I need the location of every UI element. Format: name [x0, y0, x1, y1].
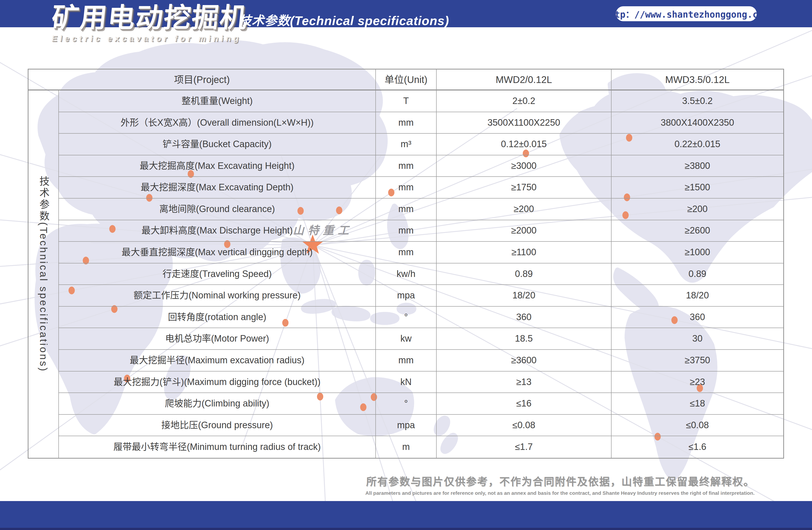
spec-row-label: 最大挖掘力(铲斗)(Maximum digging force (bucket)… — [59, 372, 376, 393]
spec-row-value-mwd2: 0.12±0.015 — [437, 134, 611, 155]
spec-row-value-mwd35: ≥23 — [611, 372, 783, 393]
spec-row-value-mwd2: ≥200 — [437, 199, 611, 220]
disclaimer: 所有参数与图片仅供参考，不作为合同附件及依据，山特重工保留最终解释权。 All … — [365, 473, 755, 496]
spec-row-unit: T — [376, 90, 437, 112]
spec-row-unit: kw — [376, 328, 437, 350]
logo-subtitle: Electric excavator for mining — [51, 34, 248, 43]
disclaimer-english: All parameters and pictures are for refe… — [365, 490, 755, 496]
spec-row-label: 最大挖掘深度(Max Excavating Depth) — [59, 177, 376, 199]
spec-row-value-mwd35: ≤1.6 — [611, 436, 783, 458]
spec-row-value-mwd2: 3500X1100X2250 — [437, 112, 611, 134]
spec-row-value-mwd35: 3.5±0.2 — [611, 90, 783, 112]
spec-row-value-mwd2: ≥13 — [437, 372, 611, 393]
spec-row-value-mwd2: ≥3600 — [437, 350, 611, 372]
spec-row-value-mwd35: ≥200 — [611, 199, 783, 220]
spec-row-value-mwd2: ≤0.08 — [437, 415, 611, 436]
spec-row-unit: mm — [376, 199, 437, 220]
row-group-label: 技术参数(Technical specifications) — [38, 176, 48, 372]
spec-row-unit: mm — [376, 155, 437, 177]
column-header-model-mwd35: MWD3.5/0.12L — [611, 70, 783, 90]
spec-row-value-mwd35: 360 — [611, 306, 783, 328]
spec-row-label: 行走速度(Traveling Speed) — [59, 263, 376, 285]
website-url-text: Http：//www.shantezhonggong.com — [604, 7, 769, 20]
spec-row-unit: mm — [376, 112, 437, 134]
disclaimer-chinese: 所有参数与图片仅供参考，不作为合同附件及依据，山特重工保留最终解释权。 — [365, 473, 755, 488]
spec-row-label: 回转角度(rotation angle) — [59, 306, 376, 328]
spec-row-value-mwd2: 360 — [437, 306, 611, 328]
spec-row-value-mwd35: ≤18 — [611, 393, 783, 415]
spec-row-unit: mm — [376, 242, 437, 263]
spec-row-unit: mm — [376, 350, 437, 372]
spec-row-value-mwd2: ≤1.7 — [437, 436, 611, 458]
spec-row-label: 离地间隙(Ground clearance) — [59, 199, 376, 220]
spec-row-value-mwd2: 2±0.2 — [437, 90, 611, 112]
spec-row-label: 履带最小转弯半径(Minimum turning radius of track… — [59, 436, 376, 458]
spec-row-unit: kN — [376, 372, 437, 393]
spec-row-label: 额定工作压力(Nominal working pressure) — [59, 285, 376, 306]
spec-row-label: 电机总功率(Motor Power) — [59, 328, 376, 350]
spec-row-label: 爬坡能力(Climbing ability) — [59, 393, 376, 415]
spec-row-value-mwd35: 3800X1400X2350 — [611, 112, 783, 134]
spec-row-label: 整机重量(Weight) — [59, 90, 376, 112]
spec-row-value-mwd35: ≤0.08 — [611, 415, 783, 436]
spec-row-value-mwd35: ≥1000 — [611, 242, 783, 263]
spec-row-value-mwd35: ≥3800 — [611, 155, 783, 177]
spec-row-label: 最大垂直挖掘深度(Max vertical dingging depth) — [59, 242, 376, 263]
spec-row-value-mwd35: 18/20 — [611, 285, 783, 306]
spec-row-unit: m³ — [376, 134, 437, 155]
spec-row-value-mwd35: 0.89 — [611, 263, 783, 285]
row-group-label-cell: 技术参数(Technical specifications) — [28, 90, 59, 458]
spec-row-value-mwd2: 18.5 — [437, 328, 611, 350]
spec-row-value-mwd35: ≥2600 — [611, 220, 783, 242]
spec-row-unit: ° — [376, 306, 437, 328]
spec-row-value-mwd2: ≥2000 — [437, 220, 611, 242]
page-title: 技术参数(Technical specifications) — [239, 11, 449, 29]
column-header-project: 项目(Project) — [28, 70, 376, 90]
logo: 矿用电动挖掘机 Electric excavator for mining — [52, 4, 248, 43]
spec-row-label: 最大挖掘半径(Maximum excavation radius) — [59, 350, 376, 372]
column-header-unit: 单位(Unit) — [376, 70, 437, 90]
spec-row-unit: mpa — [376, 285, 437, 306]
website-link[interactable]: Http：//www.shantezhonggong.com — [616, 6, 757, 21]
logo-title: 矿用电动挖掘机 — [50, 4, 249, 31]
spec-row-value-mwd35: 30 — [611, 328, 783, 350]
spec-row-value-mwd35: 0.22±0.015 — [611, 134, 783, 155]
spec-row-label: 最大卸料高度(Max Discharge Height) — [59, 220, 376, 242]
spec-row-label: 铲斗容量(Bucket Capacity) — [59, 134, 376, 155]
footer-bar — [0, 501, 812, 530]
spec-row-value-mwd35: ≥1500 — [611, 177, 783, 199]
spec-row-label: 外形（长X宽X高）(Overall dimension(L×W×H)) — [59, 112, 376, 134]
spec-row-label: 接地比压(Ground pressure) — [59, 415, 376, 436]
spec-row-unit: mm — [376, 177, 437, 199]
spec-row-unit: mm — [376, 220, 437, 242]
spec-row-value-mwd2: ≤16 — [437, 393, 611, 415]
spec-table: 项目(Project) 单位(Unit) MWD2/0.12L MWD3.5/0… — [28, 69, 784, 459]
spec-row-value-mwd2: 0.89 — [437, 263, 611, 285]
spec-row-value-mwd2: ≥3000 — [437, 155, 611, 177]
spec-row-unit: m — [376, 436, 437, 458]
spec-row-label: 最大挖掘高度(Max Excavating Height) — [59, 155, 376, 177]
spec-row-value-mwd2: 18/20 — [437, 285, 611, 306]
spec-row-unit: kw/h — [376, 263, 437, 285]
column-header-model-mwd2: MWD2/0.12L — [437, 70, 611, 90]
spec-row-value-mwd2: ≥1100 — [437, 242, 611, 263]
spec-row-unit: ° — [376, 393, 437, 415]
spec-row-unit: mpa — [376, 415, 437, 436]
spec-row-value-mwd2: ≥1750 — [437, 177, 611, 199]
spec-row-value-mwd35: ≥3750 — [611, 350, 783, 372]
